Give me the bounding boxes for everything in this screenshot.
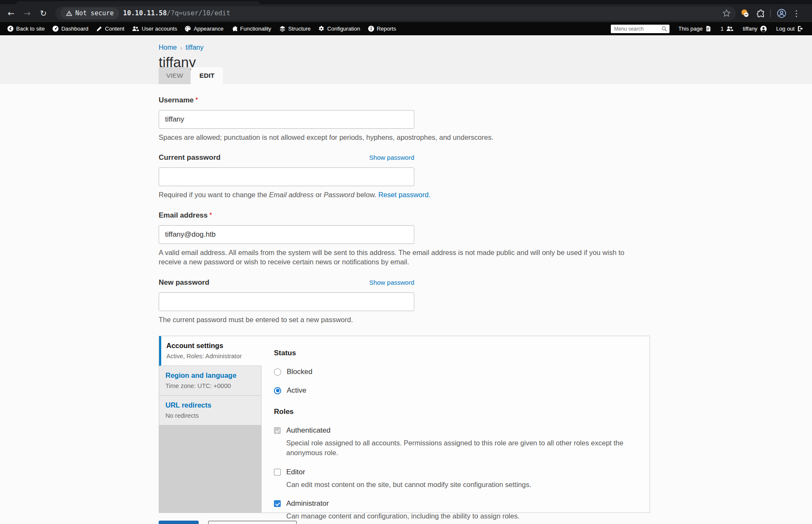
breadcrumb-separator: › xyxy=(180,45,182,51)
warning-icon xyxy=(66,10,72,17)
current-password-label: Current password xyxy=(159,153,220,162)
new-password-field: New password Show password The current p… xyxy=(159,278,812,324)
admin-toolbar: Back to site Dashboard Content User acco… xyxy=(0,22,812,35)
required-asterisk: * xyxy=(195,96,198,104)
user-accounts-icon xyxy=(132,25,139,32)
url-text: 10.10.11.58/?q=user/10/edit xyxy=(123,9,230,17)
toolbar-item-functionality[interactable]: Functionality xyxy=(228,22,275,35)
browser-tab-strip xyxy=(0,0,812,4)
menu-search-input[interactable] xyxy=(611,25,670,33)
role-description: Can manage content and configuration, in… xyxy=(286,511,641,521)
url-domain: 10.10.11.58 xyxy=(123,9,167,17)
role-description: Can edit most content on the site, but c… xyxy=(286,480,641,490)
adblock-extension-icon[interactable] xyxy=(740,8,749,18)
bookmark-star-icon[interactable] xyxy=(722,9,731,17)
required-asterisk: * xyxy=(209,212,212,219)
search-icon xyxy=(661,26,667,32)
new-password-help: The current password must be entered to … xyxy=(159,315,637,324)
vtab-region-language[interactable]: Region and language Time zone: UTC: +000… xyxy=(159,366,261,396)
toolbar-item-current-user[interactable]: tiffany xyxy=(740,25,769,32)
toolbar-item-reports[interactable]: Reports xyxy=(364,22,400,35)
tab-edit[interactable]: EDIT xyxy=(191,67,223,84)
toolbar-item-configuration[interactable]: Configuration xyxy=(314,22,364,35)
account-settings-pane: Status Blocked Active Roles Authenticate… xyxy=(262,336,650,513)
toolbar-item-logout[interactable]: Log out xyxy=(773,25,807,32)
show-password-link[interactable]: Show password xyxy=(369,154,414,161)
role-editor: Editor xyxy=(274,468,641,476)
blocked-radio[interactable] xyxy=(274,368,281,376)
toolbar-item-appearance[interactable]: Appearance xyxy=(181,22,227,35)
not-secure-chip[interactable]: Not secure xyxy=(60,8,119,19)
breadcrumb-home-link[interactable]: Home xyxy=(159,44,177,51)
back-to-site-icon xyxy=(7,25,14,32)
save-button[interactable]: SAVE xyxy=(159,521,199,524)
vtab-summary: No redirects xyxy=(165,412,257,419)
toolbar-item-user-accounts[interactable]: User accounts xyxy=(128,22,181,35)
new-password-input[interactable] xyxy=(159,292,414,311)
profile-icon[interactable] xyxy=(777,8,786,18)
vtab-account-settings[interactable]: Account settings Active, Roles: Administ… xyxy=(159,336,262,366)
tab-view[interactable]: VIEW xyxy=(159,67,191,84)
reports-info-icon xyxy=(368,25,374,32)
toolbar-item-content[interactable]: Content xyxy=(92,22,128,35)
active-radio[interactable] xyxy=(274,387,281,394)
current-password-field: Current password Show password Required … xyxy=(159,153,812,199)
vertical-tabs-filler xyxy=(159,425,261,513)
vertical-tabs: Account settings Active, Roles: Administ… xyxy=(159,336,650,513)
status-option-active: Active xyxy=(274,386,641,395)
users-count-icon xyxy=(726,25,733,32)
back-icon[interactable]: ← xyxy=(4,6,18,20)
vtab-url-redirects[interactable]: URL redirects No redirects xyxy=(159,396,261,425)
role-administrator: Administrator xyxy=(274,499,641,508)
editor-checkbox[interactable] xyxy=(274,469,281,476)
role-description: Special role assigned to all accounts. P… xyxy=(286,438,641,458)
toolbar-item-this-page[interactable]: This page xyxy=(675,25,714,32)
dashboard-icon xyxy=(52,25,59,32)
user-edit-form: Username* Spaces are allowed; punctuatio… xyxy=(0,84,812,524)
breadcrumb: Home › tiffany xyxy=(159,44,812,51)
extensions-puzzle-icon[interactable] xyxy=(755,9,764,18)
toolbar-item-structure[interactable]: Structure xyxy=(275,22,315,35)
browser-active-tab[interactable] xyxy=(16,1,259,4)
structure-layers-icon xyxy=(279,25,286,32)
current-password-input[interactable] xyxy=(159,167,414,186)
primary-tabs: VIEW EDIT xyxy=(159,67,223,84)
configuration-gear-icon xyxy=(318,25,325,32)
username-field: Username* Spaces are allowed; punctuatio… xyxy=(159,96,812,142)
admin-toolbar-right: This page 1 tiffany Log out xyxy=(611,25,809,33)
content-pencil-icon xyxy=(96,25,103,32)
security-label: Not secure xyxy=(75,9,114,17)
user-circle-icon xyxy=(760,25,767,32)
status-heading: Status xyxy=(274,349,641,357)
username-help: Spaces are allowed; punctuation is not a… xyxy=(159,133,637,142)
browser-toolbar: ← → ↻ Not secure 10.10.11.58/?q=user/10/… xyxy=(0,4,812,22)
show-password-link[interactable]: Show password xyxy=(369,279,414,286)
reload-icon[interactable]: ↻ xyxy=(37,6,50,20)
toolbar-item-back-to-site[interactable]: Back to site xyxy=(3,22,48,35)
username-input[interactable] xyxy=(159,110,414,129)
toolbar-divider xyxy=(770,9,771,17)
breadcrumb-current-link[interactable]: tiffany xyxy=(185,44,203,51)
email-input[interactable] xyxy=(159,225,414,244)
administrator-checkbox[interactable] xyxy=(274,500,281,507)
toolbar-item-online-users[interactable]: 1 xyxy=(718,25,736,32)
functionality-puzzle-icon xyxy=(231,25,238,32)
browser-actions: ⋮ xyxy=(740,8,801,18)
forward-icon[interactable]: → xyxy=(20,6,34,20)
email-help: A valid email address. All emails from t… xyxy=(159,248,637,267)
new-password-label: New password xyxy=(159,278,209,287)
browser-menu-dots-icon[interactable]: ⋮ xyxy=(792,8,798,18)
page-title: tiffany xyxy=(159,54,812,71)
reset-password-link[interactable]: Reset password. xyxy=(378,191,430,198)
email-label: Email address xyxy=(159,211,208,219)
role-authenticated: Authenticated xyxy=(274,426,641,435)
authenticated-checkbox xyxy=(274,427,281,434)
roles-heading: Roles xyxy=(274,408,641,416)
email-field: Email address* A valid email address. Al… xyxy=(159,211,812,267)
cancel-account-button[interactable]: CANCEL ACCOUNT xyxy=(208,521,297,524)
vtab-summary: Active, Roles: Administrator xyxy=(166,353,257,360)
page-document-icon xyxy=(705,25,711,32)
appearance-palette-icon xyxy=(185,25,191,32)
address-bar[interactable]: Not secure 10.10.11.58/?q=user/10/edit xyxy=(55,6,736,20)
toolbar-item-dashboard[interactable]: Dashboard xyxy=(48,22,92,35)
